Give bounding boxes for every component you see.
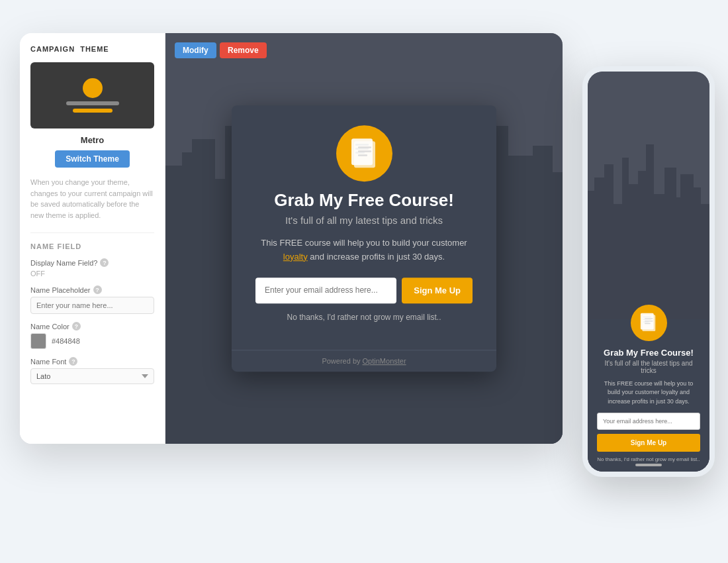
popup-powered: Powered by OptinMonster bbox=[232, 350, 496, 372]
document-icon bbox=[349, 137, 379, 170]
popup-form: Sign Me Up bbox=[255, 278, 473, 303]
mobile-popup-title: Grab My Free Course! bbox=[597, 348, 700, 358]
svg-rect-33 bbox=[358, 150, 371, 152]
theme-name: Metro bbox=[30, 135, 154, 145]
display-name-field-row: Display Name Field? ? OFF bbox=[30, 258, 154, 278]
popup-description-highlight: loyalty bbox=[283, 252, 308, 262]
name-font-row: Name Font ? Lato Arial Georgia bbox=[30, 357, 154, 384]
theme-preview-box bbox=[30, 62, 154, 128]
name-font-label: Name Font ? bbox=[30, 357, 154, 366]
mobile-popup-subtitle: It's full of all the latest tips and tri… bbox=[597, 360, 700, 374]
sidebar-section-title: CAMPAIGN THEME bbox=[30, 45, 154, 53]
preview-line-1 bbox=[66, 101, 119, 105]
laptop-frame: CAMPAIGN THEME Metro Switch Theme When y… bbox=[20, 33, 563, 444]
popup-modal: Grab My Free Course! It's full of all my… bbox=[232, 105, 496, 372]
mobile-popup: Grab My Free Course! It's full of all th… bbox=[588, 319, 709, 472]
mobile-document-icon bbox=[639, 312, 658, 333]
popup-email-input[interactable] bbox=[255, 278, 396, 303]
mobile-frame: Grab My Free Course! It's full of all th… bbox=[582, 66, 715, 477]
color-swatch[interactable] bbox=[30, 333, 46, 349]
name-placeholder-label: Name Placeholder ? bbox=[30, 285, 154, 294]
display-name-help-icon[interactable]: ? bbox=[100, 258, 109, 267]
popup-subtitle: It's full of all my latest tips and tric… bbox=[255, 215, 473, 226]
section-title-prefix: CAMPAIGN bbox=[30, 45, 75, 53]
laptop-screen: CAMPAIGN THEME Metro Switch Theme When y… bbox=[20, 33, 563, 444]
svg-rect-32 bbox=[358, 146, 371, 148]
popup-icon-area bbox=[232, 105, 496, 181]
preview-line-2 bbox=[73, 109, 113, 113]
mobile-submit-button[interactable]: Sign Me Up bbox=[597, 434, 700, 452]
mobile-email-input[interactable] bbox=[597, 413, 700, 430]
display-name-label: Display Name Field? ? bbox=[30, 258, 154, 267]
name-color-row: Name Color ? #484848 bbox=[30, 322, 154, 349]
color-row: #484848 bbox=[30, 333, 154, 349]
svg-rect-57 bbox=[645, 318, 653, 319]
name-field-label: NAME FIELD bbox=[30, 232, 154, 250]
svg-rect-58 bbox=[645, 321, 653, 322]
name-font-select[interactable]: Lato Arial Georgia bbox=[30, 368, 154, 384]
theme-preview-inner bbox=[66, 78, 119, 113]
name-color-label: Name Color ? bbox=[30, 322, 154, 331]
display-name-toggle[interactable]: OFF bbox=[30, 270, 154, 278]
main-preview: Modify Remove bbox=[165, 33, 563, 444]
svg-rect-59 bbox=[645, 323, 651, 325]
popup-body: Grab My Free Course! It's full of all my… bbox=[232, 172, 496, 350]
popup-title: Grab My Free Course! bbox=[255, 190, 473, 211]
color-hex: #484848 bbox=[52, 337, 80, 345]
optinmonster-link[interactable]: OptinMonster bbox=[363, 357, 406, 365]
modify-button[interactable]: Modify bbox=[175, 42, 216, 58]
mobile-screen: Grab My Free Course! It's full of all th… bbox=[588, 72, 709, 472]
name-placeholder-help-icon[interactable]: ? bbox=[93, 285, 102, 294]
preview-circle bbox=[83, 78, 103, 98]
name-placeholder-row: Name Placeholder ? bbox=[30, 285, 154, 314]
name-color-help-icon[interactable]: ? bbox=[72, 322, 81, 331]
popup-submit-button[interactable]: Sign Me Up bbox=[402, 278, 473, 303]
mobile-popup-icon bbox=[631, 305, 667, 341]
name-font-help-icon[interactable]: ? bbox=[69, 357, 77, 366]
remove-button[interactable]: Remove bbox=[220, 42, 267, 58]
name-placeholder-input[interactable] bbox=[30, 297, 154, 314]
mobile-no-thanks: No thanks, I'd rather not grow my email … bbox=[597, 456, 700, 462]
sidebar: CAMPAIGN THEME Metro Switch Theme When y… bbox=[20, 33, 165, 444]
sidebar-description: When you change your theme, changes to y… bbox=[30, 177, 154, 221]
popup-icon-circle bbox=[336, 125, 392, 181]
popup-description: This FREE course will help you to build … bbox=[255, 236, 473, 264]
mobile-popup-description: This FREE course will help you to build … bbox=[597, 380, 700, 407]
svg-rect-34 bbox=[358, 154, 367, 156]
switch-theme-button[interactable]: Switch Theme bbox=[55, 150, 130, 168]
popup-no-thanks: No thanks, I'd rather not grow my email … bbox=[255, 313, 473, 322]
section-title-bold: THEME bbox=[80, 45, 109, 53]
mobile-home-bar bbox=[635, 464, 662, 466]
